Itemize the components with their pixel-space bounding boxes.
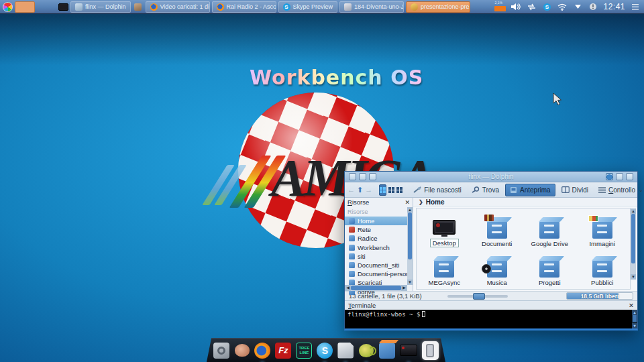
hidden-files-button[interactable]: File nascosti <box>409 184 466 196</box>
scroll-down-icon[interactable]: ▼ <box>632 323 637 328</box>
dock-system-tools-icon[interactable] <box>213 342 229 359</box>
sync-icon[interactable] <box>526 1 537 12</box>
dolphin-toolbar: ← ⬆ → File nascosti Trova Anteprima Divi… <box>345 182 637 198</box>
mouse-cursor <box>553 93 562 106</box>
zoom-slider[interactable] <box>447 295 508 298</box>
dock-filezilla-icon[interactable]: Fz <box>275 342 291 359</box>
folder-cube-icon <box>349 218 355 224</box>
file-documenti[interactable]: Documenti <box>471 210 524 249</box>
back-icon[interactable]: ← <box>347 184 355 195</box>
scroll-up-icon[interactable]: ▲ <box>631 208 636 214</box>
place-home[interactable]: Home <box>345 217 413 225</box>
up-icon[interactable]: ⬆ <box>357 184 363 195</box>
monitor-icon <box>433 220 455 235</box>
wifi-icon[interactable] <box>557 1 568 12</box>
terminal-panel-title: Terminale <box>348 302 376 309</box>
file-musica[interactable]: Musica <box>471 249 524 288</box>
panel-menu-icon[interactable] <box>630 1 641 12</box>
scroll-left-icon[interactable]: ◀ <box>345 285 351 291</box>
place-siti[interactable]: siti <box>345 252 413 261</box>
places-horizontal-scrollbar[interactable]: ◀ ▶ <box>345 285 407 291</box>
network-icon <box>349 227 355 233</box>
dock-firefox-icon[interactable] <box>254 342 270 359</box>
scroll-up-icon[interactable]: ▲ <box>407 207 413 213</box>
window-pin-icon[interactable] <box>369 173 376 180</box>
file-progetti[interactable]: Progetti <box>523 249 576 288</box>
screenshot-tool-icon[interactable] <box>58 3 68 11</box>
app-launcher-icon[interactable] <box>2 1 13 12</box>
places-panel: Risorse ✕ Risorse Home Rete Radice Workb… <box>345 198 413 291</box>
terminal[interactable]: flinx@flinx-wbos ~ $ ▲ ▼ <box>345 310 637 328</box>
forward-icon[interactable]: → <box>365 184 372 195</box>
cabinet-icon <box>434 260 454 278</box>
file-google-drive[interactable]: Google Drive <box>523 210 576 249</box>
place-documenti-personali[interactable]: Documenti-personali <box>345 269 413 278</box>
cabinet-icon <box>487 260 507 278</box>
file-desktop[interactable]: Desktop <box>418 210 471 249</box>
file-view: ❯ Home Desktop Documenti Google Drive <box>413 198 637 291</box>
window-titlebar[interactable]: flinx — Dolphin <box>345 172 637 182</box>
dock-display-icon[interactable] <box>400 342 417 359</box>
scroll-right-icon[interactable]: ▶ <box>401 285 407 291</box>
dock-brain-app-icon[interactable] <box>234 342 250 359</box>
package-icon[interactable] <box>133 1 144 12</box>
minimize-button[interactable] <box>606 173 613 180</box>
maximize-button[interactable] <box>616 173 623 180</box>
places-close-icon[interactable]: ✕ <box>405 199 410 206</box>
place-network[interactable]: Rete <box>345 225 413 234</box>
place-documenti-siti[interactable]: Documenti_siti <box>345 261 413 269</box>
dock-teatime-icon[interactable] <box>358 342 374 359</box>
cabinet-icon <box>539 221 559 239</box>
dock-phone-icon[interactable] <box>422 341 439 360</box>
volume-icon[interactable] <box>511 1 521 12</box>
preview-button[interactable]: Anteprima <box>505 184 555 196</box>
scroll-up-icon[interactable]: ▲ <box>632 310 637 315</box>
split-button[interactable]: Dividi <box>557 184 592 196</box>
close-button[interactable] <box>626 173 633 180</box>
clock[interactable]: 12:41 <box>603 2 625 11</box>
details-view-button[interactable] <box>396 184 402 196</box>
place-root[interactable]: Radice <box>345 234 413 243</box>
control-menu-button[interactable]: Controllo ⌄ <box>594 184 644 196</box>
dock-skype-icon[interactable]: S <box>317 342 333 359</box>
file-pubblici[interactable]: Pubblici <box>576 249 629 288</box>
taskbar-item-dolphin[interactable]: flinx — Dolphin <box>70 1 131 13</box>
taskbar-item-document[interactable]: 184-Diventa-uno-J... <box>339 1 404 13</box>
files-vertical-scrollbar[interactable]: ▲ ▼ <box>631 208 636 280</box>
places-vertical-scrollbar[interactable]: ▲ ▼ <box>407 207 413 285</box>
preview-icon <box>510 186 517 194</box>
file-immagini[interactable]: Immagini <box>576 210 629 249</box>
window-shade-icon[interactable] <box>359 173 366 180</box>
dock-treeline-icon[interactable]: TREE LINE <box>296 342 312 359</box>
dock-documents-icon[interactable] <box>337 342 354 359</box>
terminal-close-icon[interactable]: ✕ <box>629 302 634 309</box>
taskbar-item-firefox-radio[interactable]: Rai Radio 2 - Ascol... <box>212 1 276 13</box>
folder-icon <box>75 3 83 11</box>
icons-view-button[interactable] <box>379 184 386 196</box>
place-workbench[interactable]: Workbench <box>345 243 413 252</box>
folder-cube-icon <box>349 253 355 259</box>
notification-icon[interactable] <box>588 1 598 12</box>
taskbar-item-skype[interactable]: S Skype Preview <box>278 1 338 13</box>
scroll-down-icon[interactable]: ▼ <box>407 280 413 285</box>
cpu-monitor-widget[interactable]: 2,1% <box>494 1 506 13</box>
taskbar-item-firefox-video[interactable]: Video caricati: 1 di... <box>146 1 210 13</box>
skype-tray-icon[interactable]: S <box>541 1 552 12</box>
terminal-scrollbar[interactable]: ▲ ▼ <box>632 310 637 328</box>
scroll-down-icon[interactable]: ▼ <box>631 274 636 280</box>
breadcrumb[interactable]: ❯ Home <box>413 198 637 206</box>
image-icon <box>411 3 418 11</box>
window-title: flinx — Dolphin <box>378 173 604 180</box>
chevron-down-icon: ⌄ <box>639 187 643 193</box>
file-megasync[interactable]: MEGAsync <box>418 249 471 288</box>
window-menu-icon[interactable] <box>349 173 356 180</box>
find-button[interactable]: Trova <box>468 184 503 196</box>
compact-view-button[interactable] <box>388 184 394 196</box>
folder-cube-icon <box>349 262 355 268</box>
panel-orange-widget[interactable] <box>15 1 35 13</box>
taskbar-item-presentation-active[interactable]: presentazione-pre... <box>406 1 470 13</box>
firefox-icon <box>217 3 224 11</box>
dock-archive-box-icon[interactable] <box>379 342 395 359</box>
terminal-panel-header: Terminale ✕ <box>345 300 637 310</box>
chevron-down-icon[interactable] <box>572 1 583 12</box>
